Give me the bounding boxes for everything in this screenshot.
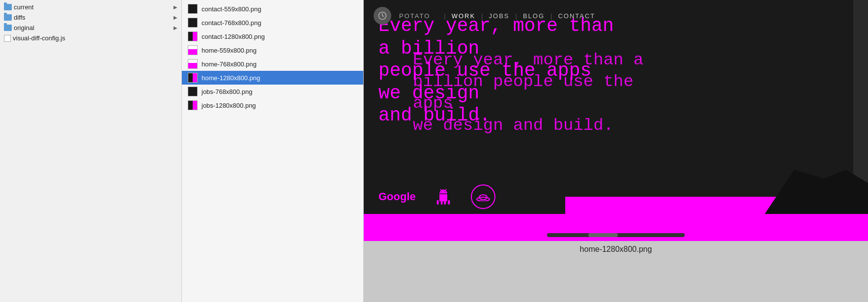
nav-link-work[interactable]: WORK [452,12,475,20]
file-list-item-contact-559[interactable]: contact-559x800.png [182,2,363,16]
nav-link-contact[interactable]: CONTACT [558,12,595,20]
file-thumbnail [188,100,198,110]
chevron-right-icon: ▶ [174,4,177,10]
tree-item-diffs[interactable]: diffs ▶ [0,12,181,23]
file-icon [4,35,11,42]
tree-item-label: diffs [14,14,172,21]
file-list-item-contact-768[interactable]: contact-768x800.png [182,16,363,30]
tree-item-config[interactable]: visual-diff-config.js [0,33,181,43]
file-label: contact-768x800.png [202,19,261,27]
preview-container: POTATO | WORK | JOBS | BLOG | CONTACT Ev… [364,0,868,302]
file-thumbnail [188,87,198,96]
nav-link-jobs[interactable]: JOBS [489,12,510,20]
android-icon [435,189,451,205]
scrollbar-thumb[interactable] [588,233,618,237]
tree-item-original[interactable]: original ▶ [0,23,181,33]
nav-separator: | [516,12,517,20]
file-thumbnail [188,31,198,41]
file-list-item-home-1280[interactable]: home-1280x800.png [182,71,363,85]
folder-icon [4,25,12,31]
logo-icon [377,11,387,21]
file-list-item-home-768[interactable]: home-768x800.png [182,57,363,71]
nav-separator: | [481,12,483,20]
file-thumbnail [188,59,198,69]
nav-separator: | [550,12,552,20]
file-label: contact-1280x800.png [202,33,265,40]
file-list-item-jobs-1280[interactable]: jobs-1280x800.png [182,98,363,112]
file-label: home-768x800.png [202,60,257,68]
left-file-tree-panel: current ▶ diffs ▶ original ▶ visual-diff… [0,0,182,302]
file-label: contact-559x800.png [202,5,261,13]
round-logo [471,184,495,209]
tree-item-label: current [14,3,172,11]
hat-icon [476,192,490,201]
tree-item-current[interactable]: current ▶ [0,2,181,12]
scrollbar-track[interactable] [547,233,685,237]
client-logos-row: Google [378,184,495,209]
file-list-item-contact-1280[interactable]: contact-1280x800.png [182,30,363,43]
file-thumbnail [188,45,198,55]
file-label: jobs-1280x800.png [202,102,256,109]
right-preview-panel: POTATO | WORK | JOBS | BLOG | CONTACT Ev… [364,0,868,302]
chevron-right-icon: ▶ [174,25,177,30]
nav-link-blog[interactable]: BLOG [523,12,545,20]
website-nav: POTATO | WORK | JOBS | BLOG | CONTACT [364,0,868,31]
folder-icon [4,14,12,21]
preview-image: POTATO | WORK | JOBS | BLOG | CONTACT Ev… [364,0,868,241]
middle-file-list-panel: contact-559x800.png contact-768x800.png … [182,0,364,302]
file-thumbnail [188,73,198,83]
tree-item-label: visual-diff-config.js [13,34,177,42]
nav-separator: | [444,12,445,20]
file-label: jobs-768x800.png [202,88,252,95]
tree-item-label: original [14,24,172,31]
nav-logo [374,7,391,25]
hero-text-foreground: Every year, more than a billionpeople us… [378,15,614,127]
file-label: home-559x800.png [202,47,257,54]
file-thumbnail [188,18,198,28]
google-logo: Google [378,190,416,203]
file-list-item-jobs-768[interactable]: jobs-768x800.png [182,85,363,98]
folder-icon [4,4,12,10]
file-label: home-1280x800.png [202,74,260,82]
preview-filename-label: home-1280x800.png [580,241,652,256]
nav-brand-label: POTATO [399,12,430,20]
chevron-right-icon: ▶ [174,15,177,20]
file-thumbnail [188,4,198,14]
file-list-item-home-559[interactable]: home-559x800.png [182,43,363,57]
